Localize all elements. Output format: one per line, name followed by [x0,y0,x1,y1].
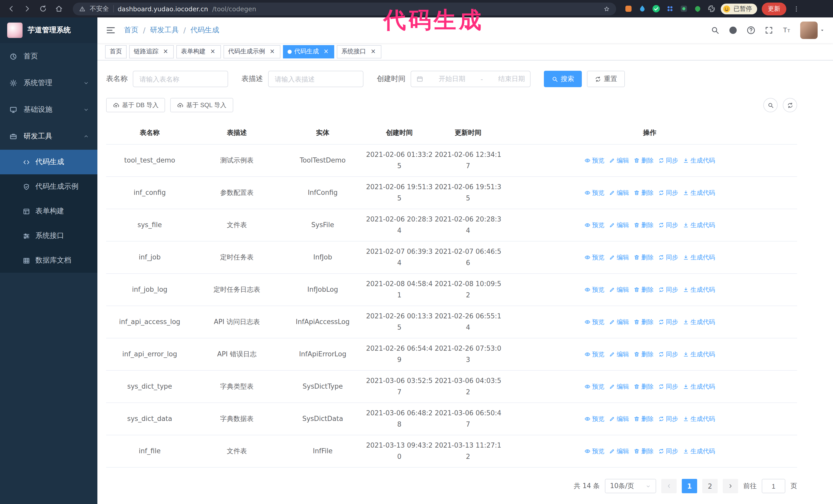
edit-link[interactable]: 编辑 [609,413,629,425]
generate-code-link[interactable]: 生成代码 [683,187,715,198]
tab-form-builder[interactable]: 表单构建 × [176,45,221,58]
generate-code-link[interactable]: 生成代码 [683,349,715,360]
table-desc-input[interactable] [268,71,363,87]
sync-link[interactable]: 同步 [658,381,678,392]
delete-link[interactable]: 删除 [634,349,653,360]
sidebar-item-infrastructure[interactable]: 基础设施 [0,96,97,123]
tab-trace[interactable]: 链路追踪 × [129,45,174,58]
preview-link[interactable]: 预览 [585,349,604,360]
sidebar-item-form-builder[interactable]: 表单构建 [0,199,97,223]
search-button[interactable]: 搜索 [544,71,582,87]
browser-forward-button[interactable] [21,3,33,15]
browser-reload-button[interactable] [37,3,49,15]
browser-update-button[interactable]: 更新 [762,2,786,15]
import-db-button[interactable]: 基于 DB 导入 [106,98,165,112]
preview-link[interactable]: 预览 [585,316,604,328]
browser-home-button[interactable] [53,3,65,15]
sync-link[interactable]: 同步 [658,284,678,295]
edit-link[interactable]: 编辑 [609,381,629,392]
preview-link[interactable]: 预览 [585,219,604,231]
edit-link[interactable]: 编辑 [609,155,629,166]
edit-link[interactable]: 编辑 [609,284,629,295]
sidebar-item-system-management[interactable]: 系统管理 [0,70,97,96]
bookmark-star-icon[interactable] [603,5,610,12]
user-menu[interactable] [800,22,825,39]
font-size-icon[interactable]: TT [782,26,791,35]
edit-link[interactable]: 编辑 [609,349,629,360]
sidebar-toggle-hamburger-icon[interactable] [105,25,116,35]
page-size-select[interactable]: 10条/页 [605,479,656,493]
delete-link[interactable]: 删除 [634,155,653,166]
sidebar-logo[interactable]: 芋道管理系统 [0,18,97,43]
delete-link[interactable]: 删除 [634,252,653,263]
generate-code-link[interactable]: 生成代码 [683,284,715,295]
preview-link[interactable]: 预览 [585,155,604,166]
header-search-icon[interactable] [711,26,720,35]
close-icon[interactable]: × [323,48,330,55]
extensions-puzzle-icon[interactable] [707,4,716,13]
sync-link[interactable]: 同步 [658,349,678,360]
extension-drop-icon[interactable] [638,4,647,13]
edit-link[interactable]: 编辑 [609,446,629,457]
table-name-input[interactable] [133,71,228,87]
sidebar-item-system-api[interactable]: 系统接口 [0,223,97,248]
preview-link[interactable]: 预览 [585,284,604,295]
extension-grid-icon[interactable] [665,4,674,13]
delete-link[interactable]: 删除 [634,413,653,425]
help-icon[interactable] [746,26,756,35]
reset-button[interactable]: 重置 [587,71,625,87]
github-icon[interactable] [729,26,738,35]
close-icon[interactable]: × [162,48,169,55]
extension-orange-icon[interactable] [624,4,633,13]
delete-link[interactable]: 删除 [634,284,653,295]
breadcrumb-dev-tools[interactable]: 研发工具 [150,26,178,35]
prev-page-button[interactable] [661,479,677,493]
extension-check-icon[interactable] [651,4,661,13]
preview-link[interactable]: 预览 [585,413,604,425]
generate-code-link[interactable]: 生成代码 [683,446,715,457]
sidebar-item-home[interactable]: 首页 [0,43,97,70]
tab-system-api[interactable]: 系统接口 × [337,45,381,58]
sync-link[interactable]: 同步 [658,155,678,166]
import-sql-button[interactable]: 基于 SQL 导入 [170,98,233,112]
toggle-search-button[interactable] [763,98,778,112]
profile-paused-chip[interactable]: 已暂停 [721,3,757,14]
sidebar-item-dev-tools[interactable]: 研发工具 [0,123,97,150]
generate-code-link[interactable]: 生成代码 [683,252,715,263]
delete-link[interactable]: 删除 [634,219,653,231]
page-button-2[interactable]: 2 [702,479,718,493]
goto-page-input[interactable] [762,479,785,493]
close-icon[interactable]: × [370,48,377,55]
address-bar[interactable]: 不安全 dashboard.yudao.iocoder.cn /tool/cod… [73,2,616,15]
refresh-table-button[interactable] [783,98,797,112]
tab-codegen-example[interactable]: 代码生成示例 × [223,45,280,58]
sidebar-item-db-doc[interactable]: 数据库文档 [0,248,97,273]
generate-code-link[interactable]: 生成代码 [683,381,715,392]
sidebar-item-codegen-example[interactable]: 代码生成示例 [0,174,97,199]
preview-link[interactable]: 预览 [585,252,604,263]
generate-code-link[interactable]: 生成代码 [683,413,715,425]
preview-link[interactable]: 预览 [585,187,604,198]
close-icon[interactable]: × [269,48,276,55]
sync-link[interactable]: 同步 [658,219,678,231]
breadcrumb-home[interactable]: 首页 [124,26,138,35]
sync-link[interactable]: 同步 [658,446,678,457]
close-icon[interactable]: × [209,48,216,55]
next-page-button[interactable] [723,479,738,493]
tab-home[interactable]: 首页 [105,45,127,58]
delete-link[interactable]: 删除 [634,446,653,457]
edit-link[interactable]: 编辑 [609,187,629,198]
sync-link[interactable]: 同步 [658,413,678,425]
generate-code-link[interactable]: 生成代码 [683,316,715,328]
extension-green-icon[interactable] [693,4,702,13]
generate-code-link[interactable]: 生成代码 [683,155,715,166]
sync-link[interactable]: 同步 [658,187,678,198]
browser-menu-button[interactable] [791,3,801,15]
delete-link[interactable]: 删除 [634,381,653,392]
delete-link[interactable]: 删除 [634,187,653,198]
page-button-1[interactable]: 1 [682,479,697,493]
edit-link[interactable]: 编辑 [609,252,629,263]
preview-link[interactable]: 预览 [585,381,604,392]
tab-codegen[interactable]: 代码生成 × [283,45,334,58]
edit-link[interactable]: 编辑 [609,219,629,231]
